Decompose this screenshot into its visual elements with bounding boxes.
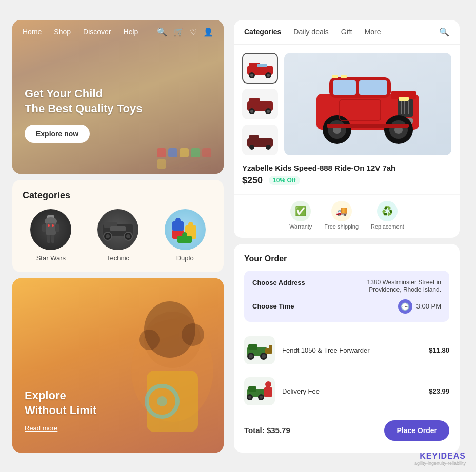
svg-point-27 bbox=[139, 330, 160, 350]
explore-content: Explore Without Limit Read more bbox=[25, 388, 96, 432]
svg-point-37 bbox=[267, 74, 270, 77]
time-text: 3:00 PM bbox=[417, 302, 441, 310]
category-technic[interactable]: Technic bbox=[97, 209, 138, 262]
svg-rect-5 bbox=[47, 235, 50, 243]
order-card: Your Order Choose Address 1380 Westminst… bbox=[234, 244, 460, 453]
explore-title: Explore Without Limit bbox=[25, 388, 96, 418]
svg-point-48 bbox=[266, 145, 271, 150]
svg-rect-84 bbox=[264, 387, 272, 397]
right-panel: Categories Daily deals Gift More 🔍 bbox=[231, 13, 467, 460]
product-price: $250 bbox=[242, 175, 263, 186]
product-body bbox=[234, 45, 460, 163]
technic-icon bbox=[97, 209, 138, 250]
svg-point-44 bbox=[267, 110, 270, 113]
clock-icon[interactable]: 🕒 bbox=[398, 299, 412, 314]
technic-label: Technic bbox=[107, 254, 129, 262]
svg-rect-51 bbox=[333, 80, 356, 95]
order-title: Your Order bbox=[244, 254, 449, 263]
svg-point-21 bbox=[182, 232, 187, 237]
nav-discover[interactable]: Discover bbox=[83, 28, 111, 36]
thumbnail-1[interactable] bbox=[242, 53, 278, 84]
category-duplo[interactable]: Duplo bbox=[165, 209, 206, 262]
svg-rect-15 bbox=[110, 226, 126, 231]
nav-shop[interactable]: Shop bbox=[54, 28, 71, 36]
shipping-badge: 🚚 Free shipping bbox=[324, 201, 359, 230]
order-item-name-1: Delivery Fee bbox=[282, 387, 422, 395]
svg-rect-60 bbox=[332, 75, 338, 78]
time-row: Choose Time 🕒 3:00 PM bbox=[252, 299, 441, 314]
thumbnail-3[interactable] bbox=[242, 125, 278, 155]
hero-decoration bbox=[157, 148, 219, 169]
warranty-icon: ✅ bbox=[290, 201, 311, 221]
categories-grid: Star Wars Technic bbox=[23, 209, 213, 262]
hero-nav: Home Shop Discover Help 🔍 🛒 ♡ 👤 bbox=[12, 20, 224, 44]
order-address-box: Choose Address 1380 Westminster Street i… bbox=[244, 271, 449, 322]
shipping-icon: 🚚 bbox=[331, 201, 352, 221]
svg-rect-6 bbox=[51, 235, 54, 243]
svg-point-19 bbox=[188, 222, 193, 227]
order-item-price-1: $23.99 bbox=[429, 387, 449, 395]
star-wars-icon bbox=[30, 209, 71, 250]
svg-point-81 bbox=[248, 396, 251, 399]
product-search-icon[interactable]: 🔍 bbox=[439, 27, 449, 37]
svg-point-47 bbox=[249, 145, 254, 150]
order-item-img-0 bbox=[244, 336, 275, 364]
time-label: Choose Time bbox=[252, 302, 294, 310]
duplo-label: Duplo bbox=[176, 254, 194, 262]
product-nav: Categories Daily deals Gift More 🔍 bbox=[234, 20, 460, 45]
order-item-0: Fendt 1050 & Tree Forwarder $11.80 bbox=[244, 330, 449, 371]
svg-rect-77 bbox=[269, 345, 272, 350]
nav-home[interactable]: Home bbox=[23, 28, 42, 36]
keyideas-branding: KEYIDEAS agility-ingenuity-reliability bbox=[414, 452, 466, 466]
svg-rect-2 bbox=[46, 223, 56, 235]
wishlist-icon[interactable]: ♡ bbox=[190, 27, 197, 37]
svg-point-7 bbox=[48, 224, 50, 227]
product-info: Yzabelle Kids Speed-888 Ride-On 12V 7ah … bbox=[234, 163, 460, 194]
svg-rect-53 bbox=[398, 99, 413, 117]
category-star-wars[interactable]: Star Wars bbox=[30, 209, 71, 262]
svg-rect-69 bbox=[327, 124, 409, 128]
nav-daily-deals[interactable]: Daily deals bbox=[293, 28, 328, 36]
hero-card: Home Shop Discover Help 🔍 🛒 ♡ 👤 Get Your… bbox=[12, 20, 224, 174]
replacement-label: Replacement bbox=[371, 223, 404, 230]
order-footer: Total: $35.79 Place Order bbox=[244, 420, 449, 441]
order-item-1: Delivery Fee $23.99 bbox=[244, 371, 449, 412]
place-order-button[interactable]: Place Order bbox=[384, 420, 449, 441]
cart-icon[interactable]: 🛒 bbox=[173, 27, 184, 37]
left-panel: Home Shop Discover Help 🔍 🛒 ♡ 👤 Get Your… bbox=[5, 13, 231, 460]
svg-rect-4 bbox=[55, 224, 60, 232]
product-discount: 10% Off bbox=[269, 176, 300, 185]
product-main-image bbox=[284, 53, 451, 155]
nav-gift[interactable]: Gift bbox=[341, 28, 352, 36]
product-thumbnails bbox=[242, 53, 278, 155]
order-total: Total: $35.79 bbox=[244, 426, 290, 435]
nav-categories[interactable]: Categories bbox=[244, 28, 281, 36]
keyideas-tagline: agility-ingenuity-reliability bbox=[414, 461, 466, 466]
order-items: Fendt 1050 & Tree Forwarder $11.80 bbox=[244, 330, 449, 412]
replacement-badge: ♻️ Replacement bbox=[371, 201, 404, 230]
svg-point-14 bbox=[126, 234, 130, 238]
explore-now-button[interactable]: Explore now bbox=[25, 125, 90, 143]
svg-point-35 bbox=[250, 74, 253, 77]
svg-point-85 bbox=[265, 381, 271, 387]
svg-rect-71 bbox=[248, 344, 257, 350]
product-price-row: $250 10% Off bbox=[242, 175, 451, 186]
product-card: Categories Daily deals Gift More 🔍 bbox=[234, 20, 460, 238]
svg-point-73 bbox=[249, 354, 253, 358]
nav-more[interactable]: More bbox=[365, 28, 381, 36]
svg-point-12 bbox=[106, 234, 110, 238]
warranty-badge: ✅ Warranty bbox=[289, 201, 312, 230]
svg-point-28 bbox=[182, 323, 204, 346]
nav-help[interactable]: Help bbox=[124, 28, 138, 36]
read-more-link[interactable]: Read more bbox=[25, 424, 96, 432]
categories-title: Categories bbox=[23, 190, 213, 201]
shipping-label: Free shipping bbox=[324, 223, 359, 230]
duplo-icon bbox=[165, 209, 206, 250]
search-icon[interactable]: 🔍 bbox=[157, 27, 167, 37]
svg-rect-52 bbox=[359, 80, 387, 95]
hero-title: Get Your Child The Best Quality Toys bbox=[25, 87, 142, 116]
svg-rect-40 bbox=[249, 98, 260, 104]
user-icon[interactable]: 👤 bbox=[203, 27, 213, 37]
time-value: 🕒 3:00 PM bbox=[398, 299, 441, 314]
thumbnail-2[interactable] bbox=[242, 89, 278, 119]
